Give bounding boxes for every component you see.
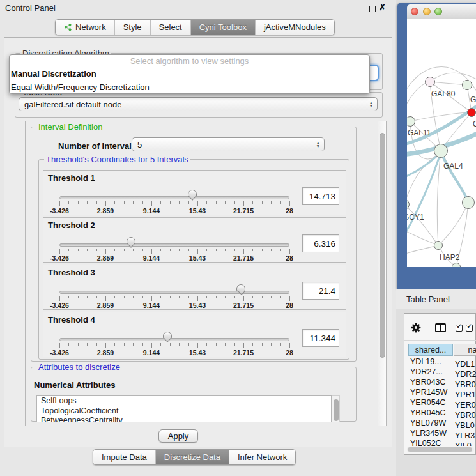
tick-mark: [124, 201, 125, 204]
number-of-intervals-label: Number of Intervals: [58, 141, 136, 151]
network-icon: [64, 23, 72, 31]
traffic-light-zoom-icon[interactable]: [434, 8, 442, 15]
attribute-item-topologicalcoefficient[interactable]: TopologicalCoefficient: [37, 406, 331, 417]
tick-mark: [124, 249, 125, 251]
cytopanel-tabs: NetworkStyleSelectCyni ToolboxjActiveMNo…: [55, 19, 335, 35]
tick-mark: [252, 249, 253, 251]
tick-mark: [170, 249, 171, 251]
tab-jactivemnodules[interactable]: jActiveMNodules: [255, 20, 334, 35]
tab-infer-network[interactable]: Infer Network: [229, 450, 295, 464]
tab-select[interactable]: Select: [150, 20, 190, 35]
network-node-h[interactable]: [462, 196, 475, 209]
table-cell: YIL052C: [408, 438, 454, 446]
tick-mark: [188, 201, 189, 204]
popup-option-manual-discretization[interactable]: Manual Discretization: [10, 67, 369, 81]
tick-mark: [188, 296, 189, 298]
attributes-list[interactable]: SelfLoopsTopologicalCoefficientBetweenne…: [36, 395, 332, 422]
table-row[interactable]: YBR043CYBR0: [408, 377, 476, 387]
traffic-light-minimize-icon[interactable]: [423, 8, 431, 15]
checkbox-icon[interactable]: [466, 325, 473, 332]
slider-track[interactable]: [59, 338, 289, 341]
checkbox-icon[interactable]: [456, 325, 463, 332]
threshold-value-box[interactable]: 11.344: [302, 329, 339, 347]
tick-mark: [124, 296, 125, 298]
tick-mark: [234, 296, 235, 298]
slider-thumb[interactable]: [188, 190, 197, 197]
tick-mark: [188, 343, 189, 346]
threshold-slider[interactable]: -3.4262.8599.14415.4321.71528: [59, 312, 289, 358]
close-icon[interactable]: ✗: [379, 3, 386, 12]
slider-tick-labels: -3.4262.8599.14415.4321.71528: [59, 349, 289, 357]
tab-discretize-data[interactable]: Discretize Data: [155, 450, 229, 464]
table-row[interactable]: YIL052CYIL0: [408, 438, 476, 446]
threshold-slider[interactable]: -3.4262.8599.14415.4321.71528: [59, 265, 289, 311]
traffic-light-close-icon[interactable]: [411, 8, 418, 15]
network-node-unlabeled[interactable]: [452, 263, 461, 267]
tab-impute-data[interactable]: Impute Data: [93, 450, 155, 464]
tick-label: -3.426: [50, 207, 69, 215]
table-row[interactable]: YBL079WYBL0: [408, 418, 476, 428]
network-node-hap2[interactable]: [434, 241, 443, 250]
tab-network[interactable]: Network: [56, 20, 114, 35]
threshold-value-box[interactable]: 14.713: [302, 187, 339, 205]
slider-track[interactable]: [59, 243, 289, 247]
threshold-slider[interactable]: -3.4262.8599.14415.4321.71528: [59, 218, 289, 263]
tick-mark: [59, 296, 60, 301]
table-row[interactable]: YER054CYER0: [408, 397, 476, 408]
tick-mark: [87, 249, 88, 251]
tab-cyni-toolbox[interactable]: Cyni Toolbox: [190, 20, 255, 35]
tick-label: 2.859: [97, 254, 114, 262]
table-row[interactable]: YDL19...YDL1: [408, 357, 476, 367]
slider-thumb[interactable]: [236, 284, 245, 291]
network-node-g[interactable]: [462, 80, 472, 90]
popup-option-equal-width-frequency[interactable]: Equal Width/Frequency Discretization: [10, 81, 369, 94]
float-window-icon[interactable]: [369, 6, 376, 12]
attribute-item-betweennesscentrality[interactable]: BetweennessCentrality: [37, 416, 331, 422]
scrollbar-thumb[interactable]: [408, 447, 472, 452]
table-cell: YIL0: [454, 441, 472, 446]
algorithm-dropdown-popup: Select algorithm to view settings Manual…: [9, 54, 370, 94]
number-of-intervals-select[interactable]: 5 ▲▼: [132, 137, 325, 151]
split-view-icon[interactable]: [435, 323, 446, 332]
tick-mark: [114, 343, 115, 346]
scrollbar-thumb[interactable]: [380, 133, 385, 358]
vertical-scrollbar[interactable]: [378, 121, 386, 426]
attributes-list-scrollbar[interactable]: [332, 395, 340, 422]
threshold-value-box[interactable]: 21.4: [302, 282, 339, 300]
tick-mark: [206, 201, 207, 204]
apply-button[interactable]: Apply: [158, 429, 198, 443]
gear-icon[interactable]: [411, 323, 421, 333]
slider-thumb[interactable]: [163, 332, 172, 339]
attribute-item-selfloops[interactable]: SelfLoops: [37, 396, 331, 406]
node-label: GAL4: [443, 162, 463, 171]
network-view-window[interactable]: GAL80GCGAL11GAL4GCY1HHAP2: [397, 3, 476, 289]
tab-style[interactable]: Style: [114, 20, 150, 35]
tick-label: 21.715: [233, 349, 254, 357]
threshold-value-box[interactable]: 6.316: [302, 234, 339, 252]
tick-label: 15.43: [189, 254, 206, 262]
slider-track[interactable]: [59, 291, 289, 294]
network-node-c[interactable]: [467, 108, 476, 117]
network-node-gal80[interactable]: [425, 77, 435, 87]
table-data-select[interactable]: galFiltered.sif default node ▲▼: [19, 97, 378, 111]
column-header-shared[interactable]: shared...: [408, 344, 453, 356]
tick-mark: [142, 343, 143, 346]
network-node-gal4[interactable]: [434, 144, 448, 158]
horizontal-scrollbar[interactable]: [407, 447, 474, 452]
tick-label: 9.144: [143, 302, 160, 309]
tick-mark: [197, 249, 198, 254]
network-canvas[interactable]: GAL80GCGAL11GAL4GCY1HHAP2: [407, 19, 476, 267]
tick-label: 21.715: [233, 302, 254, 309]
tick-mark: [105, 296, 106, 301]
threshold-slider[interactable]: -3.4262.8599.14415.4321.71528: [59, 171, 289, 216]
table-row[interactable]: YBR045CYBR0: [408, 408, 476, 418]
column-header-name[interactable]: na: [454, 344, 476, 356]
table-row[interactable]: YPR145WYPR1: [408, 387, 476, 397]
table-row[interactable]: YDR27...YDR2: [408, 367, 476, 377]
tick-mark: [133, 249, 134, 251]
table-row[interactable]: YLR345WYLR3: [408, 428, 476, 438]
node-label: HAP2: [440, 253, 459, 262]
slider-track[interactable]: [59, 196, 289, 199]
slider-thumb[interactable]: [127, 237, 135, 244]
scrollbar-thumb[interactable]: [334, 399, 339, 421]
